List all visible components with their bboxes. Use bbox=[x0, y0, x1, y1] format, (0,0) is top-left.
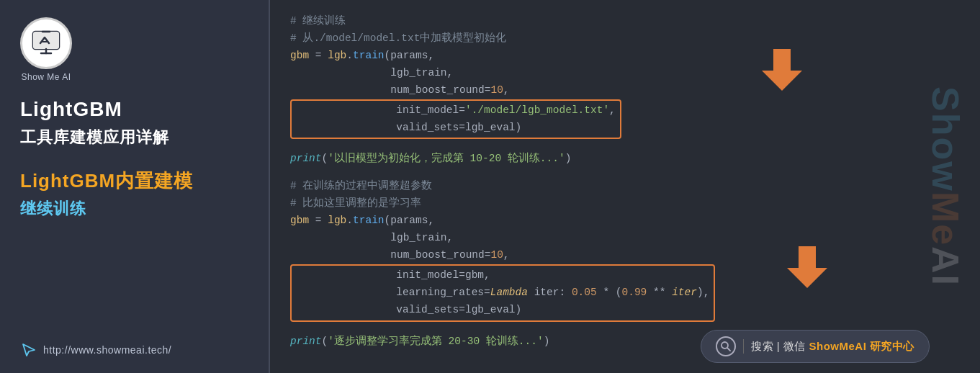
logo-area: Show Me AI bbox=[20, 17, 72, 82]
arrow-down-2 bbox=[786, 246, 829, 294]
url-text: http://www.showmeai.tech/ bbox=[43, 344, 171, 356]
svg-marker-7 bbox=[787, 246, 827, 288]
left-panel: Show Me AI LightGBM 工具库建模应用详解 LightGBM内置… bbox=[0, 0, 270, 373]
logo-icon bbox=[30, 27, 62, 59]
title-main: LightGBM bbox=[20, 98, 122, 121]
logo-text: Show Me AI bbox=[21, 72, 71, 82]
print-1: print('以旧模型为初始化，完成第 10-20 轮训练...') bbox=[290, 150, 966, 168]
section-sub: 继续训练 bbox=[20, 198, 86, 220]
search-brand: ShowMeAI 研究中心 bbox=[809, 340, 914, 352]
code-comment-1: # 继续训练 # 从./model/model.txt中加载模型初始化 gbm … bbox=[290, 13, 966, 139]
code-block-2: # 在训练的过程中调整超参数 # 比如这里调整的是学习率 gbm = lgb.t… bbox=[290, 178, 966, 321]
search-bar[interactable]: 搜索 | 微信 ShowMeAI 研究中心 bbox=[701, 330, 930, 363]
section-title: LightGBM内置建模 bbox=[20, 168, 193, 194]
search-icon bbox=[716, 336, 736, 356]
logo-circle bbox=[20, 17, 72, 69]
title-sub: 工具库建模应用详解 bbox=[20, 127, 169, 148]
code-block-1: # 继续训练 # 从./model/model.txt中加载模型初始化 gbm … bbox=[290, 13, 966, 139]
right-panel: ShowMeAI # 继续训练 # 从./model/model.txt中加载模… bbox=[270, 0, 980, 373]
arrow-down-1 bbox=[760, 49, 804, 96]
svg-line-9 bbox=[727, 348, 730, 351]
search-label: 搜索 | 微信 ShowMeAI 研究中心 bbox=[751, 340, 914, 354]
search-divider bbox=[743, 339, 744, 354]
svg-marker-6 bbox=[762, 49, 802, 91]
url-area[interactable]: http://www.showmeai.tech/ bbox=[20, 341, 171, 359]
url-icon bbox=[20, 341, 37, 359]
